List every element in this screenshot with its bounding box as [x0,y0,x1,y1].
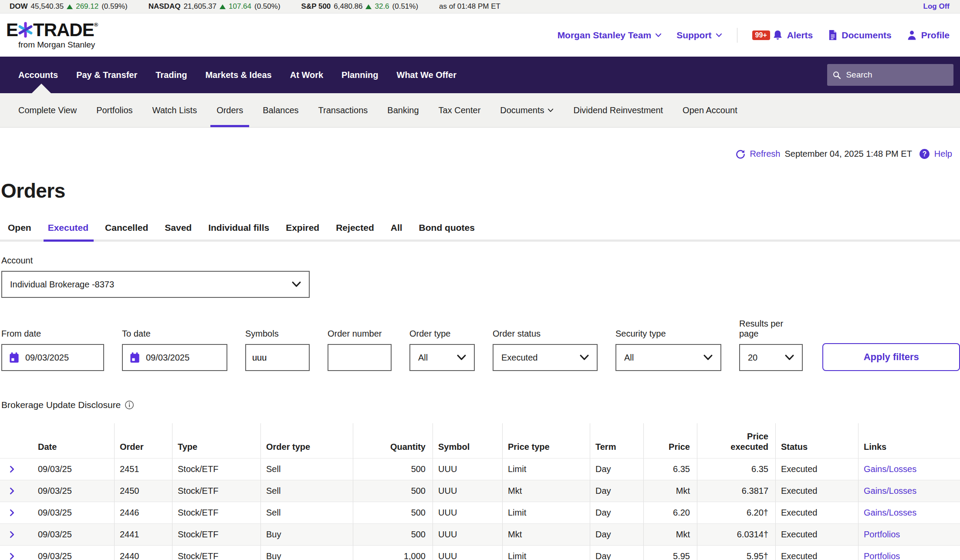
subnav-documents[interactable]: Documents [500,93,554,127]
morgan-stanley-team-menu[interactable]: Morgan Stanley Team [558,30,662,40]
help-link[interactable]: Help [934,149,952,159]
cell-term: Day [590,480,643,502]
order-type-select[interactable]: All [409,344,475,371]
cell-order-type: Sell [260,459,353,480]
tab-bond-quotes[interactable]: Bond quotes [419,223,475,240]
log-off-link[interactable]: Log Off [923,2,950,11]
order-status-select[interactable]: Executed [493,344,598,371]
cell-status: Executed [775,524,858,545]
cell-order: 2451 [114,459,172,480]
index-value: 6,480.86 [334,2,362,11]
nav-item-what-we-offer[interactable]: What We Offer [397,70,456,80]
documents-button[interactable]: Documents [828,30,891,40]
etrade-asterisk-icon [18,22,33,38]
apply-filters-button[interactable]: Apply filters [822,343,960,371]
subnav-complete-view[interactable]: Complete View [18,93,77,127]
nav-item-at-work[interactable]: At Work [290,70,323,80]
to-date-label: To date [122,329,227,339]
index-label: S&P 500 [301,2,331,11]
info-icon[interactable] [125,400,134,410]
subnav-label: Complete View [18,105,77,115]
subnav-dividend-reinvestment[interactable]: Dividend Reinvestment [573,93,663,127]
cell-date: 09/03/25 [24,459,114,480]
tab-rejected[interactable]: Rejected [336,223,374,240]
cell-term: Day [590,546,643,560]
results-per-page-select[interactable]: 20 [739,344,803,371]
last-updated-timestamp: September 04, 2025 1:48 PM ET [784,149,912,159]
tab-cancelled[interactable]: Cancelled [105,223,148,240]
from-date-label: From date [1,329,104,339]
subnav-orders[interactable]: Orders [216,93,243,127]
tab-individual-fills[interactable]: Individual fills [208,223,269,240]
nav-item-accounts[interactable]: Accounts [18,70,58,80]
gains-losses-link[interactable]: Gains/Losses [864,464,916,474]
search-input[interactable] [845,70,948,80]
portfolios-link[interactable]: Portfolios [864,551,900,560]
index-label: NASDAQ [149,2,181,11]
to-date-field[interactable]: 09/03/2025 [122,344,227,371]
subnav-tax-center[interactable]: Tax Center [439,93,481,127]
expand-row-icon[interactable] [10,509,14,516]
cell-type: Stock/ETF [172,480,260,502]
cell-price-type: Mkt [502,480,590,502]
nav-item-pay-transfer[interactable]: Pay & Transfer [76,70,137,80]
search-icon [832,70,841,80]
up-arrow-icon [220,4,226,9]
refresh-icon[interactable] [735,149,745,159]
gains-losses-link[interactable]: Gains/Losses [864,486,916,496]
subnav-balances[interactable]: Balances [263,93,298,127]
portfolios-link[interactable]: Portfolios [864,530,900,540]
index-change-pct: (0.59%) [101,2,128,11]
nav-item-markets-ideas[interactable]: Markets & Ideas [205,70,271,80]
cell-price: Mkt [643,524,697,545]
cell-order: 2441 [114,524,172,545]
expand-row-icon[interactable] [10,466,14,473]
subnav-transactions[interactable]: Transactions [318,93,368,127]
tab-saved[interactable]: Saved [165,223,192,240]
chevron-down-icon [785,354,794,361]
alerts-button[interactable]: 99+ Alerts [752,30,813,40]
security-type-select[interactable]: All [615,344,721,371]
cell-type: Stock/ETF [172,459,260,480]
account-select[interactable]: Individual Brokerage -8373 [1,271,310,298]
symbols-input[interactable] [245,344,310,371]
help-icon[interactable]: ? [919,148,930,159]
cell-type: Stock/ETF [172,524,260,545]
cell-price-executed: 6.35 [697,459,775,480]
support-menu[interactable]: Support [676,30,722,40]
subnav-open-account[interactable]: Open Account [683,93,737,127]
gains-losses-link[interactable]: Gains/Losses [864,508,916,518]
tab-open[interactable]: Open [8,223,31,240]
subnav-portfolios[interactable]: Portfolios [96,93,132,127]
market-ticker-bar: DOW 45,540.35 269.12 (0.59%) NASDAQ 21,6… [0,0,960,13]
security-type-value: All [624,353,634,363]
cell-symbol: UUU [433,480,502,502]
cell-price-executed: 6.0314† [697,524,775,545]
col-order-type: Order type [260,423,353,458]
tab-all[interactable]: All [391,223,402,240]
etrade-logo[interactable]: E TRADE ® from Morgan Stanley [6,21,98,50]
order-number-input[interactable] [328,344,392,371]
col-price-executed: Price executed [697,423,775,458]
global-search[interactable] [827,64,953,86]
cell-price-executed: 6.20† [697,502,775,523]
refresh-link[interactable]: Refresh [750,149,780,159]
from-date-value: 09/03/2025 [25,353,69,363]
nav-item-trading[interactable]: Trading [155,70,187,80]
tab-expired[interactable]: Expired [286,223,319,240]
cell-order-type: Sell [260,480,353,502]
expand-row-icon[interactable] [10,553,14,560]
cell-price-executed: 6.3817 [697,480,775,502]
from-date-field[interactable]: 09/03/2025 [1,344,104,371]
expand-row-icon[interactable] [10,531,14,538]
subnav-banking[interactable]: Banking [387,93,419,127]
cell-order-type: Buy [260,546,353,560]
subnav-label: Transactions [318,105,368,115]
cell-price-type: Limit [502,459,590,480]
subnav-watch-lists[interactable]: Watch Lists [152,93,197,127]
expand-row-icon[interactable] [10,487,14,495]
nav-item-planning[interactable]: Planning [341,70,378,80]
tab-executed[interactable]: Executed [48,223,88,240]
profile-button[interactable]: Profile [906,30,950,40]
cell-type: Stock/ETF [172,502,260,523]
